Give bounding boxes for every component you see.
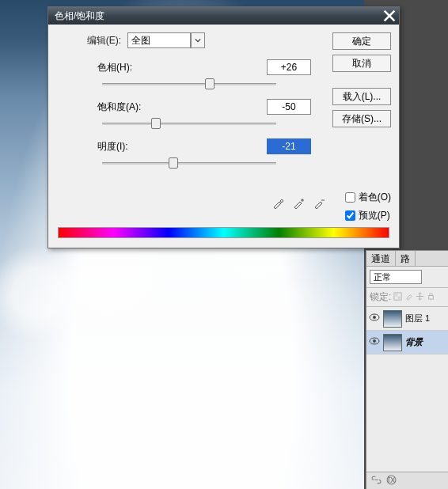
visibility-eye-icon[interactable] xyxy=(369,312,380,325)
eyedropper-plus-icon[interactable] xyxy=(292,197,305,212)
colorize-label: 着色(O) xyxy=(359,191,391,204)
hue-saturation-dialog: 色相/饱和度 编辑(E): 色相(H): 饱和度 xyxy=(47,6,400,248)
eyedropper-minus-icon[interactable] xyxy=(313,197,325,212)
layer-style-icon[interactable]: fx xyxy=(386,475,397,487)
lock-all-icon[interactable] xyxy=(427,292,435,303)
hue-label: 色相(H): xyxy=(97,61,169,74)
svg-point-7 xyxy=(373,339,376,343)
lightness-slider[interactable] xyxy=(102,156,276,172)
lock-paint-icon[interactable] xyxy=(404,292,413,303)
svg-rect-3 xyxy=(429,295,434,299)
hue-slider[interactable] xyxy=(102,77,276,93)
link-layers-icon[interactable] xyxy=(371,475,382,487)
layer-thumbnail xyxy=(383,334,402,351)
colorize-checkbox[interactable] xyxy=(345,192,355,203)
svg-point-5 xyxy=(373,316,376,319)
preview-checkbox-row[interactable]: 预览(P) xyxy=(345,209,391,222)
panel-footer: fx xyxy=(366,472,448,489)
layer-item[interactable]: 背景 xyxy=(366,331,448,354)
lock-row: 锁定: xyxy=(366,288,448,307)
save-button[interactable]: 存储(S)... xyxy=(332,110,391,127)
dialog-title: 色相/饱和度 xyxy=(55,9,104,23)
layer-list: 图层 1 背景 xyxy=(366,307,448,354)
cancel-button[interactable]: 取消 xyxy=(332,55,391,72)
layer-name: 图层 1 xyxy=(405,313,430,324)
lightness-slider-thumb[interactable] xyxy=(169,157,178,169)
layer-item[interactable]: 图层 1 xyxy=(366,307,448,331)
lock-move-icon[interactable] xyxy=(416,292,424,303)
load-button[interactable]: 载入(L)... xyxy=(332,88,391,105)
blend-mode-select[interactable] xyxy=(370,270,422,284)
layers-panel: 通道 路 锁定: 图层 1 背景 fx xyxy=(366,250,448,489)
hue-slider-thumb[interactable] xyxy=(205,78,215,89)
eyedropper-icon[interactable] xyxy=(271,197,284,212)
colorize-checkbox-row[interactable]: 着色(O) xyxy=(345,191,391,204)
edit-label: 编辑(E): xyxy=(58,34,121,47)
svg-text:fx: fx xyxy=(387,475,396,485)
visibility-eye-icon[interactable] xyxy=(369,335,380,349)
layer-thumbnail xyxy=(383,310,402,328)
lock-label: 锁定: xyxy=(370,290,391,304)
dialog-titlebar[interactable]: 色相/饱和度 xyxy=(48,7,399,25)
tab-paths[interactable]: 路 xyxy=(396,251,416,266)
tab-channels[interactable]: 通道 xyxy=(366,251,396,266)
lightness-label: 明度(I): xyxy=(97,140,169,154)
svg-rect-2 xyxy=(398,296,402,300)
lightness-input[interactable] xyxy=(267,138,311,154)
saturation-label: 饱和度(A): xyxy=(97,100,169,114)
edit-combo[interactable] xyxy=(127,32,205,48)
preview-checkbox[interactable] xyxy=(345,210,355,221)
panel-tabs[interactable]: 通道 路 xyxy=(366,251,448,267)
close-icon[interactable] xyxy=(383,9,396,22)
saturation-input[interactable] xyxy=(267,99,311,115)
hue-input[interactable] xyxy=(267,59,311,75)
saturation-slider-thumb[interactable] xyxy=(151,118,161,129)
layer-name: 背景 xyxy=(405,336,423,348)
svg-rect-1 xyxy=(394,292,398,296)
chevron-down-icon[interactable] xyxy=(191,32,205,48)
lock-transparent-icon[interactable] xyxy=(393,292,402,303)
saturation-slider[interactable] xyxy=(102,116,276,132)
ok-button[interactable]: 确定 xyxy=(332,32,391,50)
hue-spectrum-bar xyxy=(58,227,389,238)
preview-label: 预览(P) xyxy=(359,209,390,222)
edit-combo-value[interactable] xyxy=(127,32,191,48)
